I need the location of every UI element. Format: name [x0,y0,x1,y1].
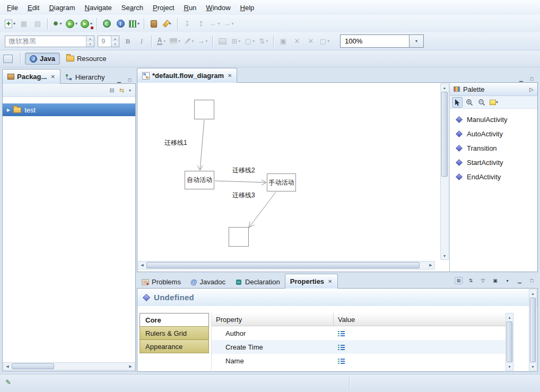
menu-edit[interactable]: Edit [23,2,44,14]
zoom-in-button[interactable] [464,97,475,108]
menu-help[interactable]: Help [236,2,259,14]
palette-header[interactable]: Palette ▷ [450,83,537,96]
category-rulers-grid[interactable]: Rulers & Grid [140,326,209,340]
category-appearance[interactable]: Appearance [140,339,209,353]
spin-down-icon[interactable]: ▼ [111,41,119,47]
spin-up-icon[interactable]: ▲ [111,36,119,41]
font-size-combo[interactable]: 9 ▲ ▼ [98,36,119,47]
scrollbar-thumb[interactable] [441,92,448,177]
minimize-icon[interactable]: ▁ [517,75,525,83]
debug-button[interactable]: ✹ ▾ [50,18,64,30]
transition-label-3[interactable]: 迁移线3 [232,191,255,200]
spin-up-icon[interactable]: ▲ [86,36,94,41]
order-button[interactable]: ⇅ ▾ [257,35,271,48]
tab-hierarchy[interactable]: Hierarchy [60,71,110,84]
scroll-up-icon[interactable]: ▲ [506,313,513,321]
spin-down-icon[interactable]: ▼ [86,41,94,47]
tab-package-explorer[interactable]: Packag... ✕ [2,69,60,84]
table-vscrollbar[interactable]: ▲ ▼ [506,313,513,371]
palette-item-auto-activity[interactable]: AutoActivity [450,127,537,141]
back-button[interactable]: ← ▾ [208,18,222,30]
autosize-button[interactable]: ▢ ▾ [318,35,332,48]
close-icon[interactable]: ✕ [228,73,232,79]
menu-project[interactable]: Project [148,2,179,14]
menu-window[interactable]: Window [201,2,235,14]
distribute-v-button[interactable]: ✕ [304,35,318,48]
transition-label-2[interactable]: 迁移线2 [232,166,255,175]
tab-properties[interactable]: Properties ✕ [285,274,338,289]
table-row[interactable]: Name [212,354,513,368]
properties-vscrollbar[interactable]: ▲ ▼ [529,289,537,371]
column-property[interactable]: Property [212,313,334,326]
scrollbar-thumb[interactable] [12,363,54,369]
select-tool-button[interactable] [452,97,463,108]
align-button[interactable]: ▢ ▾ [243,35,257,48]
snap-button[interactable]: ▣ [276,35,290,48]
property-value-cell[interactable] [334,344,513,350]
print-button[interactable]: ▤ [31,18,45,30]
zoom-input[interactable] [340,34,409,48]
coverage-button[interactable]: ▾ [127,18,141,30]
collapse-all-icon[interactable]: ⊟ [110,87,115,94]
apply-appearance-button[interactable] [215,35,229,48]
maximize-icon[interactable]: □ [126,76,134,84]
perspective-resource[interactable]: Resource [62,53,111,65]
fill-color-button[interactable]: ▾ [168,35,182,48]
note-tool-button[interactable]: ▾ [489,97,499,108]
scroll-right-icon[interactable]: ▶ [127,363,134,370]
palette-item-start-activity[interactable]: StartActivity [450,155,537,170]
view-menu-icon[interactable]: ▾ [503,277,511,284]
end-activity-node[interactable] [229,227,249,247]
previous-annotation-button[interactable]: ↥ [194,18,208,30]
diagram-canvas[interactable]: 自动活动 手动活动 迁移线1 迁移线2 迁移线3 [138,83,440,260]
scroll-up-icon[interactable]: ▲ [441,84,448,91]
run-button[interactable]: ▶ ▾ [64,18,79,30]
save-button[interactable]: ▦ [17,18,31,30]
menu-diagram[interactable]: Diagram [44,2,80,14]
distribute-h-button[interactable]: ✕ [290,35,304,48]
maximize-icon[interactable]: □ [528,75,536,83]
tab-declaration[interactable]: Declaration [230,275,285,289]
font-name-spinner[interactable]: ▲ ▼ [86,36,94,47]
minimize-icon[interactable]: ▁ [115,76,123,84]
editor-hscrollbar[interactable]: ◀ ▶ [138,261,435,269]
table-row[interactable]: Author [212,326,513,340]
link-with-editor-icon[interactable]: ⇆ [119,87,124,94]
transition-label-1[interactable]: 迁移线1 [164,138,187,147]
menu-navigate[interactable]: Navigate [80,2,117,14]
property-value-cell[interactable] [334,330,513,336]
package-explorer-hscrollbar[interactable]: ◀ ▶ [3,362,135,370]
scroll-left-icon[interactable]: ◀ [138,262,146,269]
italic-button[interactable]: I [135,35,149,48]
scrollbar-thumb[interactable] [146,262,420,268]
menu-file[interactable]: File [2,2,23,14]
close-icon[interactable]: ✕ [328,278,332,284]
palette-item-manul-activity[interactable]: ManulActivity [450,112,537,127]
select-tool-button[interactable]: ⊞ ▾ [229,35,243,48]
menu-run[interactable]: Run [179,2,202,14]
font-size-spinner[interactable]: ▲ ▼ [111,36,119,47]
scroll-up-icon[interactable]: ▲ [529,290,536,297]
tree-item-test[interactable]: ▶ test [3,103,135,116]
next-annotation-button[interactable]: ↧ [180,18,194,30]
scroll-left-icon[interactable]: ◀ [4,363,11,370]
zoom-dropdown-button[interactable]: ▾ [409,34,424,48]
font-color-button[interactable]: A ▾ [154,35,168,48]
manual-activity-node[interactable]: 手动活动 [267,173,296,191]
table-row[interactable]: Create Time [212,340,513,354]
minimize-icon[interactable]: ▁ [516,277,524,284]
scrollbar-thumb[interactable] [507,321,512,362]
line-style-button[interactable]: → ▾ [196,35,210,48]
show-categories-icon[interactable]: ⊞ [455,277,463,284]
scroll-down-icon[interactable]: ▼ [441,252,448,259]
maximize-icon[interactable]: □ [528,277,536,284]
palette-item-end-activity[interactable]: EndActivity [450,170,537,184]
view-menu-icon[interactable]: ▾ [129,88,131,93]
open-type-button[interactable] [147,18,161,30]
column-value[interactable]: Value [334,313,513,326]
filter-icon[interactable]: ▽ [479,277,487,284]
open-perspective-icon[interactable] [3,55,13,63]
new-class-button[interactable]: C [100,18,114,30]
sort-icon[interactable]: ⇅ [467,277,475,284]
new-wizard-button[interactable]: ✚ ▾ [3,18,17,30]
